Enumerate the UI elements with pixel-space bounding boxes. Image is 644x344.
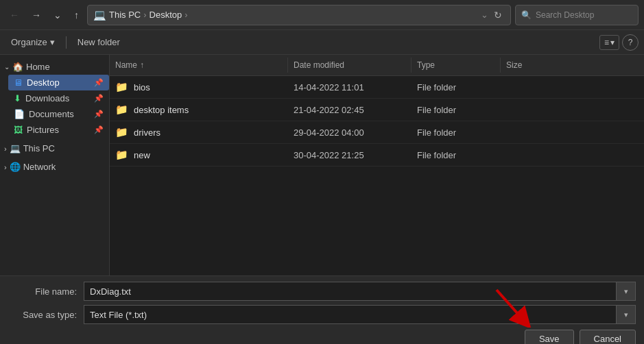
file-date: 29-04-2022 04:00 <box>294 127 364 138</box>
file-type: File folder <box>417 82 456 93</box>
col-date-label: Date modified <box>294 60 344 70</box>
file-type-cell: File folder <box>412 102 501 118</box>
table-row[interactable]: 📁 new 30-04-2022 21:25 File folder <box>110 144 644 167</box>
documents-label: Documents <box>29 109 74 119</box>
folder-icon: 📁 <box>115 81 128 93</box>
desktop-icon: 🖥 <box>14 77 23 88</box>
help-label: ? <box>628 38 633 47</box>
save-label: Save <box>539 334 560 344</box>
new-folder-button[interactable]: New folder <box>72 34 126 50</box>
search-box[interactable]: 🔍 Search Desktop <box>515 5 639 25</box>
filename-input-wrapper: ▾ <box>84 282 636 301</box>
filename-input[interactable] <box>84 282 617 301</box>
file-name-cell: 📁 bios <box>110 78 288 96</box>
forward-button[interactable]: → <box>27 7 45 23</box>
organize-button[interactable]: Organize ▾ <box>5 34 60 50</box>
up-button[interactable]: ↑ <box>70 7 83 23</box>
path-text: This PC <box>109 10 141 20</box>
home-expand-icon: ⌄ <box>4 63 10 71</box>
filename-label: File name: <box>8 286 77 297</box>
bottom-bar: File name: ▾ Save as type: ▾ Save Cancel <box>0 275 644 344</box>
pictures-pin-icon: 📌 <box>94 125 104 134</box>
file-type: File folder <box>417 127 456 138</box>
file-list: Name ↑ Date modified Type Size 📁 bios 14… <box>110 55 644 275</box>
col-header-date[interactable]: Date modified <box>288 58 412 73</box>
back-button[interactable]: ← <box>5 7 23 23</box>
path-desktop: Desktop <box>150 10 182 20</box>
file-type-cell: File folder <box>412 147 501 163</box>
history-dropdown-button[interactable]: ⌄ <box>49 7 66 23</box>
search-icon: 🔍 <box>521 10 532 20</box>
toolbar-right: ≡ ▾ ? <box>599 34 639 51</box>
col-header-type[interactable]: Type <box>412 58 501 73</box>
savetype-label: Save as type: <box>8 310 77 320</box>
sidebar-item-pictures[interactable]: 🖼 Pictures 📌 <box>8 122 109 138</box>
sidebar-children: 🖥 Desktop 📌 ⬇ Downloads 📌 📄 Documents 📌 … <box>0 75 109 138</box>
file-size-cell <box>501 152 569 158</box>
main-layout: ⌄ 🏠 Home 🖥 Desktop 📌 ⬇ Downloads 📌 📄 Doc… <box>0 55 644 275</box>
cancel-button[interactable]: Cancel <box>580 330 636 344</box>
sort-arrow-icon: ↑ <box>140 60 144 70</box>
table-row[interactable]: 📁 bios 14-04-2022 11:01 File folder <box>110 76 644 99</box>
col-name-label: Name <box>115 60 137 70</box>
view-icon: ≡ <box>604 38 609 47</box>
file-name: desktop items <box>134 105 189 115</box>
sidebar-network[interactable]: › 🌐 Network <box>0 159 109 175</box>
toolbar: Organize ▾ New folder ≡ ▾ ? <box>0 30 644 55</box>
downloads-label: Downloads <box>25 93 69 103</box>
sidebar-item-downloads[interactable]: ⬇ Downloads 📌 <box>8 90 109 106</box>
file-date-cell: 21-04-2022 02:45 <box>288 102 412 118</box>
file-date: 21-04-2022 02:45 <box>294 105 364 115</box>
pc-label: This PC <box>23 143 55 153</box>
filename-row: File name: ▾ <box>8 282 636 301</box>
file-date-cell: 14-04-2022 11:01 <box>288 79 412 95</box>
file-list-header: Name ↑ Date modified Type Size <box>110 55 644 76</box>
sidebar-item-desktop[interactable]: 🖥 Desktop 📌 <box>8 75 109 90</box>
file-date-cell: 29-04-2022 04:00 <box>288 125 412 140</box>
folder-icon: 📁 <box>115 149 128 161</box>
path-sep-2: › <box>184 10 187 20</box>
documents-icon: 📄 <box>14 109 25 119</box>
path-sep-1: › <box>143 10 146 20</box>
file-name: drivers <box>134 127 160 138</box>
savetype-dropdown-button[interactable]: ▾ <box>617 305 636 324</box>
sidebar-this-pc[interactable]: › 💻 This PC <box>0 140 109 156</box>
table-row[interactable]: 📁 desktop items 21-04-2022 02:45 File fo… <box>110 99 644 121</box>
file-size-cell <box>501 107 569 112</box>
view-button[interactable]: ≡ ▾ <box>599 35 619 50</box>
pc-icon: 💻 <box>10 143 21 153</box>
savetype-row: Save as type: ▾ <box>8 305 636 324</box>
refresh-button[interactable]: ↻ <box>491 8 505 22</box>
savetype-input[interactable] <box>84 305 617 324</box>
table-row[interactable]: 📁 drivers 29-04-2022 04:00 File folder <box>110 121 644 144</box>
help-button[interactable]: ? <box>622 34 639 51</box>
file-type-cell: File folder <box>412 125 501 140</box>
filename-dropdown-button[interactable]: ▾ <box>617 282 636 301</box>
desktop-pin-icon: 📌 <box>94 78 104 87</box>
col-size-label: Size <box>506 60 522 70</box>
network-label: Network <box>23 162 56 172</box>
downloads-icon: ⬇ <box>14 93 21 103</box>
save-button[interactable]: Save <box>525 330 574 344</box>
pc-expand-icon: › <box>4 145 7 153</box>
pictures-label: Pictures <box>27 125 59 135</box>
home-icon: 🏠 <box>12 62 23 72</box>
network-expand-icon: › <box>4 163 7 171</box>
savetype-input-wrapper: ▾ <box>84 305 636 324</box>
downloads-pin-icon: 📌 <box>94 94 104 103</box>
file-name: new <box>134 150 150 160</box>
file-size-cell <box>501 84 569 90</box>
file-name-cell: 📁 new <box>110 146 288 164</box>
red-arrow-indicator <box>493 286 534 328</box>
col-type-label: Type <box>417 60 435 70</box>
organize-arrow: ▾ <box>50 37 55 47</box>
sidebar-home-group[interactable]: ⌄ 🏠 Home <box>0 59 109 75</box>
col-header-size[interactable]: Size <box>501 58 569 73</box>
view-arrow: ▾ <box>610 38 615 47</box>
file-size-cell <box>501 130 569 135</box>
address-bar[interactable]: 💻 This PC › Desktop › ⌄ ↻ <box>87 5 511 25</box>
sidebar-item-documents[interactable]: 📄 Documents 📌 <box>8 106 109 122</box>
col-header-name[interactable]: Name ↑ <box>110 58 288 73</box>
desktop-label: Desktop <box>27 77 60 88</box>
home-label: Home <box>26 62 50 72</box>
